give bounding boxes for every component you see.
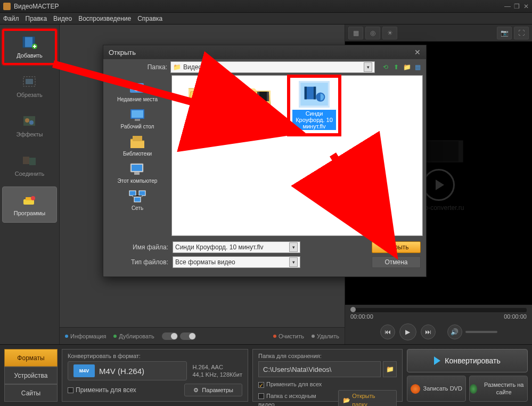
programs-icon: [21, 193, 39, 208]
codec-info: H.264, AAC 44,1 KHz, 128Кбит: [192, 363, 242, 379]
prev-button[interactable]: ⏮: [380, 324, 395, 339]
sidebar-programs-label: Программы: [14, 210, 45, 216]
dialog-title: Открыть: [109, 48, 136, 56]
filetype-combo[interactable]: Все форматы видео▾: [173, 256, 300, 268]
publish-web-button[interactable]: Разместить на сайте: [469, 376, 528, 402]
format-name: M4V (H.264): [99, 367, 144, 376]
info-button[interactable]: Информация: [65, 333, 106, 339]
filetype-label: Тип файлов:: [109, 258, 168, 266]
sidebar-merge-button[interactable]: Соединить: [2, 147, 57, 183]
app-logo-icon: [3, 3, 11, 10]
maximize-button[interactable]: ❐: [514, 3, 519, 10]
toggle-b[interactable]: [180, 332, 196, 340]
clear-button[interactable]: Очистить: [273, 333, 304, 339]
convert-button[interactable]: Конвертировать: [407, 349, 528, 372]
place-recent[interactable]: Недавние места: [116, 78, 159, 103]
tool-camera-icon[interactable]: 📷: [497, 27, 512, 39]
svg-point-8: [29, 120, 34, 125]
place-libraries[interactable]: Библиотеки: [122, 133, 153, 158]
seek-slider[interactable]: [350, 308, 527, 312]
file-item-hyper[interactable]: Hyper: [177, 81, 225, 116]
dialog-close-button[interactable]: ✕: [414, 48, 421, 56]
place-computer[interactable]: Этот компьютер: [117, 160, 159, 185]
menu-file[interactable]: Файл: [3, 15, 19, 22]
filename-input[interactable]: Синди Кроуфорд. 10 минут.flv▾: [173, 241, 300, 253]
bottom-panel: Форматы Устройства Сайты Конвертировать …: [0, 344, 532, 406]
play-button[interactable]: ▶: [399, 323, 416, 340]
format-selector[interactable]: M4V M4V (H.264): [68, 361, 187, 380]
sidebar-fx-button[interactable]: Эффекты: [2, 108, 57, 144]
tool-snapshot-icon[interactable]: ◎: [365, 27, 380, 39]
save-folder-panel: Папка для сохранения: C:\Users\Nata\Vide…: [252, 349, 403, 402]
minimize-button[interactable]: —: [504, 3, 510, 10]
menu-help[interactable]: Справка: [137, 15, 162, 22]
folder-label: Папка:: [108, 63, 167, 71]
tab-sites[interactable]: Сайты: [4, 384, 58, 402]
svg-rect-34: [305, 87, 307, 100]
nav-up-icon[interactable]: ⬆: [392, 63, 400, 71]
sidebar-crop-button[interactable]: Обрезать: [2, 68, 57, 104]
place-desktop[interactable]: Рабочий стол: [120, 105, 155, 131]
menu-edit[interactable]: Правка: [26, 15, 47, 22]
file-item-selected[interactable]: Синди Кроуфорд. 10 минут.flv: [290, 78, 338, 133]
list-toolbar: Информация Дублировать Очистить Удалить: [60, 327, 345, 344]
tool-brightness-icon[interactable]: ☀: [382, 27, 397, 39]
save-header: Папка для сохранения:: [258, 353, 397, 359]
tool-frame-icon[interactable]: ▦: [348, 27, 363, 39]
next-button[interactable]: ⏭: [421, 324, 436, 339]
dialog-open-button[interactable]: Открыть: [372, 241, 421, 253]
sidebar-programs-button[interactable]: Программы: [2, 186, 57, 223]
crop-icon: [21, 75, 39, 90]
tool-fullscreen-icon[interactable]: ⛶: [514, 27, 529, 39]
svg-rect-22: [133, 136, 142, 141]
nav-view-icon[interactable]: ▦: [413, 63, 422, 71]
place-network[interactable]: Сеть: [127, 187, 148, 212]
svg-point-7: [25, 118, 29, 123]
params-button[interactable]: ⚙Параметры: [184, 384, 242, 396]
apply-all-check[interactable]: Применить для всех: [68, 386, 136, 394]
merge-icon: [21, 153, 39, 168]
open-folder-button[interactable]: 📂 Открыть папку: [338, 390, 397, 407]
volume-slider[interactable]: [465, 331, 497, 333]
effects-icon: [21, 114, 39, 129]
svg-rect-20: [132, 110, 143, 118]
sidebar-add-button[interactable]: Добавить: [2, 29, 57, 65]
menu-play[interactable]: Воспроизведение: [78, 15, 131, 22]
nav-back-icon[interactable]: ⟲: [381, 63, 390, 71]
save-apply-all-check[interactable]: Применить для всех: [258, 380, 322, 389]
convert-header: Конвертировать в формат:: [68, 353, 242, 359]
svg-rect-16: [459, 141, 463, 162]
dropdown-icon: ▾: [364, 62, 372, 72]
svg-rect-9: [23, 157, 29, 164]
file-item-windows10[interactable]: Знакомство с Windows 10: [234, 81, 282, 123]
svg-rect-24: [132, 165, 142, 171]
sidebar-crop-label: Обрезать: [17, 92, 43, 98]
svg-rect-21: [135, 119, 140, 121]
svg-rect-27: [139, 191, 145, 196]
svg-rect-31: [267, 92, 269, 101]
convert-format-panel: Конвертировать в формат: M4V M4V (H.264)…: [62, 349, 248, 402]
svg-rect-26: [129, 191, 136, 196]
svg-rect-10: [29, 158, 36, 165]
svg-rect-30: [257, 92, 259, 101]
close-button[interactable]: ✕: [523, 3, 529, 10]
burn-dvd-button[interactable]: Записать DVD: [407, 376, 466, 402]
tab-formats[interactable]: Форматы: [4, 349, 58, 367]
delete-button[interactable]: Удалить: [312, 333, 339, 339]
volume-button[interactable]: 🔊: [447, 324, 462, 339]
globe-icon: [470, 384, 478, 394]
dialog-cancel-button[interactable]: Отмена: [372, 256, 421, 268]
toggle-a[interactable]: [162, 332, 178, 340]
browse-folder-button[interactable]: 📁: [383, 361, 397, 377]
save-path[interactable]: C:\Users\Nata\Videos\: [258, 361, 381, 377]
menu-video[interactable]: Видео: [53, 15, 72, 22]
source-folder-check[interactable]: Папка с исходным видео: [258, 392, 334, 407]
sidebar-add-label: Добавить: [17, 52, 43, 59]
svg-rect-35: [314, 87, 316, 100]
duplicate-button[interactable]: Дублировать: [113, 333, 154, 339]
folder-combo[interactable]: 📁 Видео ▾: [170, 61, 375, 73]
nav-newfolder-icon[interactable]: 📁: [403, 63, 411, 71]
tab-devices[interactable]: Устройства: [4, 367, 58, 384]
open-file-dialog: Открыть ✕ Папка: 📁 Видео ▾ ⟲ ⬆ 📁 ▦ Недав…: [103, 45, 427, 277]
timecode-start: 00:00:00: [350, 313, 373, 320]
